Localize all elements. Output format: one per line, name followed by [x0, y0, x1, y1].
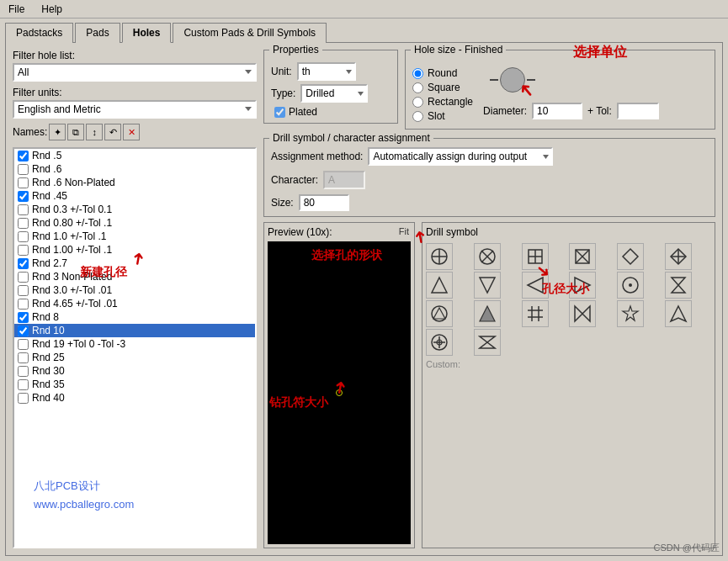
list-item[interactable]: Rnd 30 [14, 364, 255, 378]
plated-checkbox[interactable] [274, 107, 285, 118]
list-item[interactable]: Rnd 40 [14, 391, 255, 405]
char-select: A [323, 171, 365, 189]
symbol-cell-circle-dot[interactable] [617, 272, 644, 299]
filter-hole-list-group: Filter hole list: All [13, 50, 257, 82]
drill-symbol-title: Drill symbol [426, 226, 711, 238]
hole-list: Rnd .5 Rnd .6 Rnd .6 Non-Plated Rnd .45 … [13, 147, 257, 548]
method-label: Assignment method: [271, 151, 363, 162]
list-item[interactable]: Rnd 3 Non-Plated [14, 270, 255, 283]
svg-marker-32 [623, 306, 638, 320]
radio-round[interactable]: Round [412, 67, 473, 79]
list-item[interactable]: Rnd 25 [14, 351, 255, 364]
copy-icon[interactable]: ⧉ [67, 124, 84, 140]
char-label: Character: [271, 174, 318, 186]
filter-units-label: Filter units: [13, 87, 257, 98]
filter-hole-list-select[interactable]: All [13, 63, 257, 82]
symbol-cell-hourglass[interactable] [665, 272, 692, 299]
unit-select[interactable]: th [297, 62, 356, 81]
svg-marker-12 [623, 249, 638, 264]
symbol-cell-tri-down[interactable] [474, 272, 501, 299]
properties-section: Properties Unit: th Type: Drilled [263, 50, 398, 124]
size-input[interactable] [299, 194, 349, 211]
drill-section-title: Drill symbol / character assignment [269, 132, 433, 144]
symbol-cell-arrow[interactable] [665, 300, 692, 327]
drill-section: Drill symbol / character assignment Assi… [263, 138, 715, 217]
list-item[interactable]: Rnd .45 [14, 189, 255, 203]
svg-marker-30 [575, 306, 582, 321]
undo-icon[interactable]: ↶ [104, 124, 121, 140]
symbol-cell-bowtie2[interactable] [474, 329, 501, 356]
symbol-cell-tri-left[interactable] [522, 272, 549, 299]
radio-square[interactable]: Square [412, 82, 473, 93]
symbol-cell-square[interactable] [522, 243, 549, 270]
preview-fit[interactable]: Fit [399, 226, 409, 236]
sort-icon[interactable]: ↕ [86, 124, 103, 140]
method-select[interactable]: Automatically assign during output [368, 147, 553, 166]
list-item-selected[interactable]: Rnd 10 [14, 324, 255, 337]
names-toolbar: Names: ✦ ⧉ ↕ ↶ ✕ [13, 124, 257, 140]
plated-label: Plated [289, 106, 317, 118]
list-item[interactable]: Rnd 1.00 +/-Tol .1 [14, 243, 255, 257]
tab-custom-pads[interactable]: Custom Pads & Drill Symbols [173, 23, 327, 43]
unit-label: Unit: [271, 66, 292, 77]
symbol-cell-filled-tri[interactable] [474, 300, 501, 327]
symbol-cell-circle-plus2[interactable] [426, 329, 453, 356]
add-icon[interactable]: ✦ [49, 124, 66, 140]
list-item[interactable]: Rnd .5 [14, 149, 255, 162]
svg-marker-18 [528, 278, 543, 293]
list-item[interactable]: Rnd .6 [14, 162, 255, 176]
diameter-label: Diameter: [483, 105, 527, 117]
list-item[interactable]: Rnd 0.3 +/-Tol 0.1 [14, 203, 255, 216]
symbol-cell-cross[interactable] [474, 243, 501, 270]
svg-marker-19 [575, 278, 590, 293]
properties-title: Properties [269, 44, 322, 56]
symbol-cell-square-x[interactable] [569, 243, 596, 270]
list-item[interactable]: Rnd 3.0 +/-Tol .01 [14, 283, 255, 297]
preview-title: Preview (10x): [268, 226, 411, 238]
line-left [490, 79, 498, 81]
custom-label: Custom: [426, 359, 711, 369]
bottom-row: Preview (10x): Fit Drill symbol [263, 222, 715, 548]
diameter-input[interactable] [532, 103, 582, 119]
diameter-row: Diameter: + Tol: [483, 103, 659, 119]
menu-help[interactable]: Help [36, 2, 67, 17]
tol-input[interactable] [617, 103, 659, 119]
symbol-cell-hash[interactable] [522, 300, 549, 327]
list-item[interactable]: Rnd 1.0 +/-Tol .1 [14, 230, 255, 243]
menu-file[interactable]: File [3, 2, 29, 17]
symbol-cell-tri-up[interactable] [426, 272, 453, 299]
symbol-cell-bowties[interactable] [569, 300, 596, 327]
left-panel: Filter hole list: All Filter units: Engl… [13, 50, 257, 548]
svg-marker-25 [480, 306, 495, 321]
list-item[interactable]: Rnd 4.65 +/-Tol .01 [14, 297, 255, 310]
tab-holes[interactable]: Holes [122, 23, 172, 43]
filter-units-select[interactable]: English and Metric [13, 100, 257, 119]
symbol-cell-tri-right[interactable] [569, 272, 596, 299]
size-row: Size: [271, 194, 708, 211]
svg-marker-17 [480, 278, 495, 293]
type-select[interactable]: Drilled [300, 84, 368, 103]
list-item[interactable]: Rnd 8 [14, 310, 255, 324]
radio-rectangle[interactable]: Rectangle [412, 96, 473, 108]
symbol-cell-diamond[interactable] [617, 243, 644, 270]
tol-label: + Tol: [587, 105, 612, 117]
symbol-cell-circle-plus[interactable] [426, 243, 453, 270]
delete-icon[interactable]: ✕ [123, 124, 140, 140]
right-panel: Properties Unit: th Type: Drilled [263, 50, 715, 548]
size-label: Size: [271, 197, 294, 209]
list-item[interactable]: Rnd 35 [14, 378, 255, 391]
list-item[interactable]: Rnd 0.80 +/-Tol .1 [14, 216, 255, 230]
list-item[interactable]: Rnd 2.7 [14, 257, 255, 270]
svg-marker-33 [671, 306, 686, 321]
radio-slot[interactable]: Slot [412, 110, 473, 122]
list-item[interactable]: Rnd .6 Non-Plated [14, 176, 255, 189]
tab-pads[interactable]: Pads [75, 23, 120, 43]
svg-point-21 [629, 283, 632, 287]
list-item[interactable]: Rnd 19 +Tol 0 -Tol -3 [14, 337, 255, 351]
symbol-cell-star[interactable] [617, 300, 644, 327]
symbol-cell-circle-tri[interactable] [426, 300, 453, 327]
symbol-cell-diamond-x[interactable] [665, 243, 692, 270]
hole-size-section: Hole size - Finished Round Square [405, 50, 715, 130]
filter-hole-list-label: Filter hole list: [13, 50, 257, 61]
tab-padstacks[interactable]: Padstacks [5, 23, 73, 43]
